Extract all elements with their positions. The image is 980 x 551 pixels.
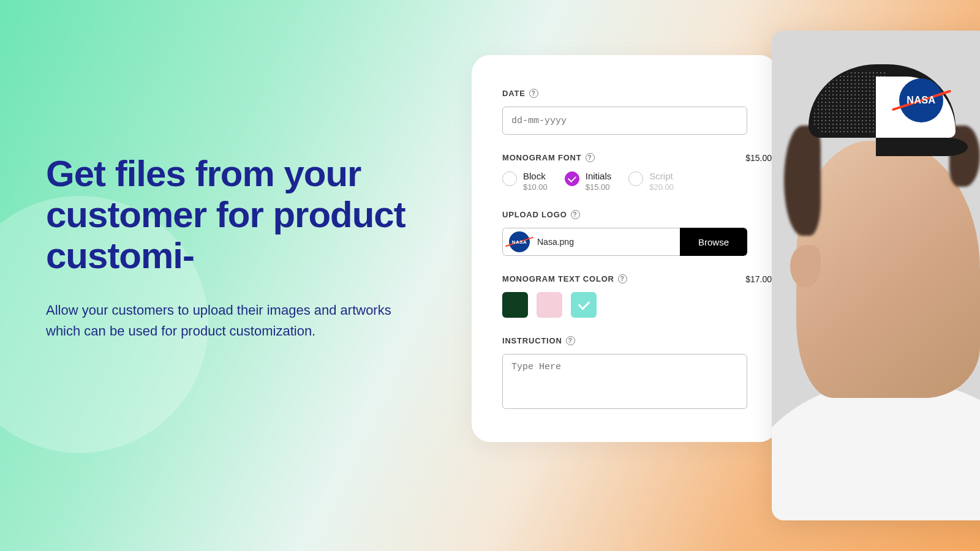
radio-label: Script: [649, 171, 674, 181]
text-color-label: MONOGRAM TEXT COLOR ?: [502, 274, 747, 283]
radio-block[interactable]: Block $10.00: [502, 171, 548, 192]
help-icon[interactable]: ?: [586, 153, 595, 162]
swatch-pink[interactable]: [537, 292, 562, 318]
radio-text: Script $20.00: [649, 171, 674, 192]
nasa-logo-text: NASA: [907, 95, 935, 106]
hero-title: Get files from your customer for product…: [46, 153, 426, 277]
cap-logo: NASA: [899, 78, 943, 122]
upload-thumbnail: NASA: [509, 231, 530, 252]
radio-text: Block $10.00: [523, 171, 548, 192]
swatch-green[interactable]: [502, 292, 528, 318]
upload-logo-label: UPLOAD LOGO ?: [502, 210, 747, 219]
radio-label: Initials: [586, 171, 612, 181]
nasa-badge-text: NASA: [512, 239, 527, 245]
cap-bill: [876, 138, 968, 156]
help-icon[interactable]: ?: [566, 336, 575, 345]
instruction-textarea[interactable]: [502, 354, 747, 409]
upload-filename: Nasa.png: [537, 237, 574, 247]
nasa-logo-icon: NASA: [899, 78, 943, 122]
help-icon[interactable]: ?: [571, 210, 580, 219]
date-field-group: DATE ?: [502, 89, 747, 135]
date-label-text: DATE: [502, 89, 526, 98]
monogram-font-field-group: $15.00 MONOGRAM FONT ? Block $10.00 Init…: [502, 153, 747, 192]
swatch-row: [502, 292, 747, 318]
date-label: DATE ?: [502, 89, 747, 98]
radio-initials[interactable]: Initials $15.00: [565, 171, 612, 192]
text-color-price: $17.00: [745, 274, 772, 284]
upload-logo-field-group: UPLOAD LOGO ? NASA Nasa.png Browse: [502, 210, 747, 256]
text-color-field-group: $17.00 MONOGRAM TEXT COLOR ?: [502, 274, 747, 318]
instruction-label-text: INSTRUCTION: [502, 336, 562, 345]
instruction-field-group: INSTRUCTION ?: [502, 336, 747, 411]
help-icon[interactable]: ?: [618, 274, 627, 283]
monogram-font-radio-row: Block $10.00 Initials $15.00 Script $20.…: [502, 171, 747, 192]
date-input[interactable]: [502, 107, 747, 135]
monogram-font-label: MONOGRAM FONT ?: [502, 153, 747, 162]
radio-label: Block: [523, 171, 548, 181]
customization-form-card: DATE ? $15.00 MONOGRAM FONT ? Block $10.…: [472, 55, 778, 442]
browse-button[interactable]: Browse: [680, 228, 747, 256]
tshirt-shape: [772, 380, 980, 520]
ear-shape: [790, 245, 821, 288]
product-preview-image: NASA: [772, 31, 980, 520]
hero-subtitle: Allow your customers to upload their ima…: [46, 300, 426, 342]
radio-price: $10.00: [523, 182, 548, 192]
swatch-teal[interactable]: [571, 292, 597, 318]
text-color-label-text: MONOGRAM TEXT COLOR: [502, 274, 614, 283]
help-icon[interactable]: ?: [529, 89, 538, 98]
radio-circle: [502, 171, 517, 186]
monogram-font-label-text: MONOGRAM FONT: [502, 153, 582, 162]
upload-preview: NASA Nasa.png: [502, 228, 680, 256]
instruction-label: INSTRUCTION ?: [502, 336, 747, 345]
radio-text: Initials $15.00: [586, 171, 612, 192]
radio-circle: [628, 171, 643, 186]
cap: NASA: [809, 64, 956, 156]
radio-price: $15.00: [586, 182, 612, 192]
radio-script[interactable]: Script $20.00: [628, 171, 674, 192]
upload-row: NASA Nasa.png Browse: [502, 228, 747, 256]
radio-circle-selected: [565, 171, 579, 186]
monogram-font-price: $15.00: [745, 153, 772, 163]
hero-section: Get files from your customer for product…: [46, 153, 426, 342]
upload-logo-label-text: UPLOAD LOGO: [502, 210, 567, 219]
radio-price: $20.00: [649, 182, 674, 192]
